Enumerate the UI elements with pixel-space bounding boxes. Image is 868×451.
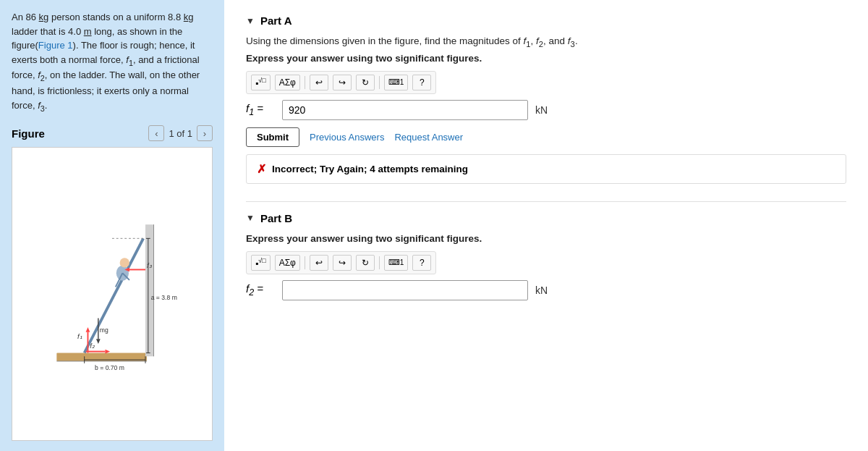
figure-header: Figure ‹ 1 of 1 › — [12, 125, 213, 141]
undo-icon-b: ↩ — [315, 258, 323, 268]
svg-text:f₂: f₂ — [90, 342, 95, 350]
figure-prev-button[interactable]: ‹ — [148, 125, 164, 141]
svg-line-4 — [85, 239, 143, 353]
part-a-title: Part A — [260, 14, 292, 27]
part-b-answer-label: f2 = — [246, 282, 275, 298]
section-divider — [246, 201, 846, 202]
keyboard-button-a[interactable]: ⌨ 1 — [384, 75, 409, 90]
greek-button-a[interactable]: ΑΣφ — [275, 75, 300, 90]
part-a-answer-label: f1 = — [246, 102, 275, 117]
figure1-link[interactable]: Figure 1 — [38, 40, 73, 51]
part-a-answer-unit: kN — [535, 104, 548, 116]
part-a-toolbar: ▪√□ ΑΣφ ↩ ↪ ↻ ⌨ 1 ? — [246, 71, 436, 94]
matrix-button-a[interactable]: ▪√□ — [251, 75, 271, 90]
svg-text:a = 3.8 m: a = 3.8 m — [151, 294, 177, 301]
part-a-submit-button[interactable]: Submit — [246, 127, 299, 147]
keyboard-num-b: 1 — [400, 258, 404, 266]
part-a-answer-input[interactable] — [282, 100, 528, 120]
part-a-section: ▼ Part A Using the dimensions given in t… — [246, 14, 846, 184]
figure-image: f₃ a = 3.8 m b = 0.70 m f₁ — [12, 147, 213, 441]
figure-next-button[interactable]: › — [197, 125, 213, 141]
redo-icon-b: ↪ — [339, 258, 346, 268]
greek-button-b[interactable]: ΑΣφ — [275, 255, 300, 271]
redo-icon-a: ↪ — [339, 77, 346, 88]
redo-button-b[interactable]: ↪ — [333, 255, 352, 271]
svg-text:f₁: f₁ — [77, 333, 82, 341]
svg-marker-22 — [86, 327, 90, 332]
part-a-prev-answers-link[interactable]: Previous Answers — [310, 132, 384, 143]
part-a-answer-row: f1 = kN — [246, 100, 846, 120]
refresh-button-b[interactable]: ↻ — [356, 255, 375, 271]
part-a-instruction: Express your answer using two significan… — [246, 53, 846, 64]
svg-marker-25 — [96, 340, 101, 345]
part-b-header: ▼ Part B — [246, 212, 846, 224]
toolbar-sep-a2 — [379, 76, 380, 89]
part-b-toolbar: ▪√□ ΑΣφ ↩ ↪ ↻ ⌨ 1 ? — [246, 251, 436, 274]
part-a-collapse-arrow[interactable]: ▼ — [246, 16, 255, 26]
figure-area: Figure ‹ 1 of 1 › — [12, 125, 213, 441]
help-button-a[interactable]: ? — [412, 75, 431, 90]
matrix-icon-b: ▪√□ — [255, 257, 266, 269]
error-text-a: Incorrect; Try Again; 4 attempts remaini… — [272, 164, 468, 174]
help-icon-b: ? — [420, 258, 425, 268]
part-a-submit-row: Submit Previous Answers Request Answer — [246, 127, 846, 147]
svg-rect-2 — [145, 224, 154, 356]
svg-text:mg: mg — [100, 326, 109, 334]
part-a-description: Using the dimensions given in the figure… — [246, 35, 846, 49]
undo-icon-a: ↩ — [315, 77, 323, 88]
greek-icon-a: ΑΣφ — [279, 77, 296, 88]
part-b-answer-input[interactable] — [282, 280, 528, 300]
part-b-title: Part B — [260, 212, 292, 224]
refresh-icon-b: ↻ — [362, 258, 369, 268]
svg-text:b = 0.70 m: b = 0.70 m — [95, 365, 124, 372]
keyboard-num-a: 1 — [400, 78, 404, 86]
figure-nav: ‹ 1 of 1 › — [148, 125, 213, 141]
part-b-section: ▼ Part B Express your answer using two s… — [246, 212, 846, 300]
part-b-collapse-arrow[interactable]: ▼ — [246, 213, 255, 223]
undo-button-b[interactable]: ↩ — [310, 255, 328, 271]
toolbar-sep-a1 — [305, 76, 305, 89]
help-button-b[interactable]: ? — [412, 255, 431, 271]
refresh-icon-a: ↻ — [362, 77, 369, 88]
undo-button-a[interactable]: ↩ — [310, 75, 328, 90]
redo-button-a[interactable]: ↪ — [333, 75, 352, 90]
problem-text: An 86 kg person stands on a uniform 8.8 … — [12, 10, 213, 114]
figure-nav-count: 1 of 1 — [169, 128, 192, 139]
right-panel: ▼ Part A Using the dimensions given in t… — [224, 0, 868, 451]
part-a-request-answer-link[interactable]: Request Answer — [394, 132, 463, 143]
keyboard-icon-a: ⌨ — [388, 77, 400, 87]
svg-text:f₃: f₃ — [147, 261, 153, 269]
toolbar-sep-b1 — [305, 256, 305, 269]
figure-svg: f₃ a = 3.8 m b = 0.70 m f₁ — [40, 211, 184, 377]
figure-label: Figure — [12, 127, 45, 140]
part-a-header: ▼ Part A — [246, 14, 846, 27]
toolbar-sep-b2 — [379, 256, 380, 269]
matrix-icon-a: ▪√□ — [255, 77, 266, 88]
svg-point-6 — [120, 258, 129, 267]
left-panel: An 86 kg person stands on a uniform 8.8 … — [0, 0, 224, 451]
part-b-answer-unit: kN — [535, 284, 548, 296]
part-b-instruction: Express your answer using two significan… — [246, 233, 846, 244]
part-b-answer-row: f2 = kN — [246, 280, 846, 300]
matrix-button-b[interactable]: ▪√□ — [251, 255, 271, 271]
refresh-button-a[interactable]: ↻ — [356, 75, 375, 90]
part-a-error-box: ✗ Incorrect; Try Again; 4 attempts remai… — [246, 154, 846, 184]
greek-icon-b: ΑΣφ — [279, 258, 296, 268]
help-icon-a: ? — [420, 77, 425, 88]
error-icon-a: ✗ — [257, 162, 266, 176]
keyboard-icon-b: ⌨ — [388, 258, 400, 267]
keyboard-button-b[interactable]: ⌨ 1 — [384, 255, 409, 271]
